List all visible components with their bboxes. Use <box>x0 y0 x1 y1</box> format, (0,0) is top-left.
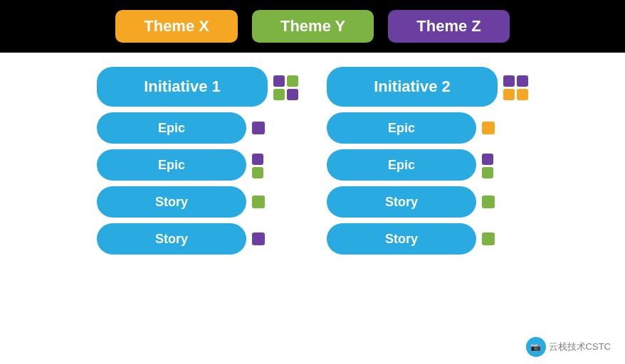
epic-3-row: Epic <box>327 112 495 144</box>
initiative-2-squares <box>503 75 528 100</box>
initiative-2-card: Initiative 2 <box>327 67 498 107</box>
sq-purple-1 <box>252 122 265 134</box>
story-3-squares <box>482 196 495 208</box>
main-content: Initiative 1 Epic Epic <box>0 53 625 364</box>
sq-green-2c <box>252 167 263 178</box>
theme-y-badge: Theme Y <box>252 10 374 43</box>
epic-1-row: Epic <box>97 112 265 144</box>
epic-1-squares <box>252 122 265 134</box>
story-2-row: Story <box>97 223 265 255</box>
epic-2-squares <box>252 154 277 178</box>
sq-green-s3 <box>482 196 495 208</box>
initiative-1-squares <box>273 75 298 100</box>
epic-3-card: Epic <box>327 112 476 144</box>
sq-purple-2a <box>252 154 263 165</box>
sq-green-2d <box>266 167 277 178</box>
sq-purple-e4a <box>482 154 493 165</box>
story-1-row: Story <box>97 186 265 218</box>
sq-green-s1 <box>252 196 265 208</box>
story-4-squares <box>482 232 495 245</box>
top-bar: Theme X Theme Y Theme Z <box>0 0 625 53</box>
epic-4-squares <box>482 154 507 178</box>
sq-trans-e4b <box>495 154 507 165</box>
sq-green-e4c <box>482 167 493 178</box>
sq-purple-s2 <box>252 232 265 245</box>
epic-4-card: Epic <box>327 149 476 181</box>
story-3-row: Story <box>327 186 495 218</box>
sq-green-tr <box>287 75 298 87</box>
epic-1-card: Epic <box>97 112 246 144</box>
epic-3-squares <box>482 122 495 134</box>
sq-purple-br <box>287 89 298 100</box>
sq-trans-e4d <box>495 167 507 178</box>
watermark-text: 云栈技术CSTC <box>549 341 611 353</box>
sq-yellow-e3 <box>482 122 495 134</box>
watermark-icon: 📷 <box>526 337 546 357</box>
sq-purple-i2-tr <box>517 75 528 87</box>
sq-green-s4 <box>482 232 495 245</box>
epic-4-row: Epic <box>327 149 507 181</box>
initiative-2-row: Initiative 2 <box>327 67 528 107</box>
initiative-1-card: Initiative 1 <box>97 67 268 107</box>
story-3-card: Story <box>327 186 476 218</box>
story-1-card: Story <box>97 186 246 218</box>
story-1-squares <box>252 196 265 208</box>
story-4-card: Story <box>327 223 476 255</box>
initiative-2-column: Initiative 2 Epic Epic <box>327 67 528 255</box>
initiative-1-column: Initiative 1 Epic Epic <box>97 67 298 255</box>
sq-yellow-i2-br <box>517 89 528 100</box>
story-2-card: Story <box>97 223 246 255</box>
watermark: 📷 云栈技术CSTC <box>526 337 611 357</box>
sq-purple-tl <box>273 75 285 87</box>
initiative-1-row: Initiative 1 <box>97 67 298 107</box>
sq-green-bl <box>273 89 285 100</box>
sq-purple-i2-tl <box>503 75 515 87</box>
sq-green-2b <box>266 154 277 165</box>
story-2-squares <box>252 232 265 245</box>
sq-yellow-i2-bl <box>503 89 515 100</box>
epic-2-card: Epic <box>97 149 246 181</box>
story-4-row: Story <box>327 223 495 255</box>
theme-z-badge: Theme Z <box>388 10 509 43</box>
theme-x-badge: Theme X <box>115 10 238 43</box>
epic-2-row: Epic <box>97 149 277 181</box>
